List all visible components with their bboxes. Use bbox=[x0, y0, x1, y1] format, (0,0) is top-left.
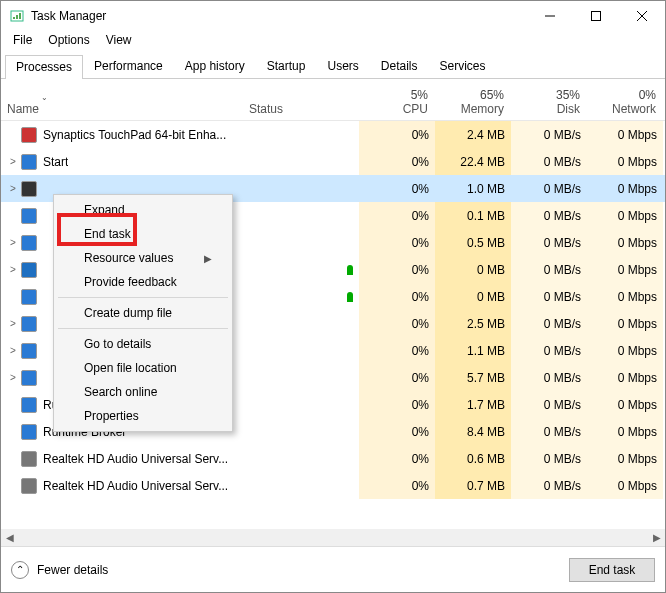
expand-icon[interactable]: > bbox=[7, 318, 19, 329]
context-menu-item[interactable]: Go to details bbox=[56, 332, 230, 356]
cell-cpu: 0% bbox=[359, 121, 435, 148]
cell-memory: 2.4 MB bbox=[435, 121, 511, 148]
menu-bar: File Options View bbox=[1, 31, 665, 53]
process-name: Realtek HD Audio Universal Serv... bbox=[43, 452, 228, 466]
process-icon bbox=[21, 451, 37, 467]
context-menu: ExpandEnd taskResource values▶Provide fe… bbox=[53, 194, 233, 432]
context-menu-item[interactable]: End task bbox=[56, 222, 230, 246]
table-row[interactable]: >Start0%22.4 MB0 MB/s0 Mbps bbox=[1, 148, 665, 175]
cell-network: 0 Mbps bbox=[587, 337, 663, 364]
cell-disk: 0 MB/s bbox=[511, 310, 587, 337]
cell-cpu: 0% bbox=[359, 310, 435, 337]
process-icon bbox=[21, 289, 37, 305]
process-icon bbox=[21, 154, 37, 170]
header-status[interactable]: Status bbox=[243, 79, 359, 120]
context-menu-item[interactable]: Create dump file bbox=[56, 301, 230, 325]
cell-network: 0 Mbps bbox=[587, 418, 663, 445]
end-task-button[interactable]: End task bbox=[569, 558, 655, 582]
expand-icon[interactable]: > bbox=[7, 264, 19, 275]
scroll-left-icon[interactable]: ◀ bbox=[1, 529, 18, 546]
context-menu-item[interactable]: Search online bbox=[56, 380, 230, 404]
maximize-button[interactable] bbox=[573, 1, 619, 31]
minimize-button[interactable] bbox=[527, 1, 573, 31]
cell-disk: 0 MB/s bbox=[511, 391, 587, 418]
cell-cpu: 0% bbox=[359, 256, 435, 283]
cell-disk: 0 MB/s bbox=[511, 283, 587, 310]
header-memory[interactable]: 65%Memory bbox=[435, 79, 511, 120]
cell-cpu: 0% bbox=[359, 175, 435, 202]
cell-cpu: 0% bbox=[359, 445, 435, 472]
menu-view[interactable]: View bbox=[98, 31, 140, 53]
tab-processes[interactable]: Processes bbox=[5, 55, 83, 79]
process-icon bbox=[21, 208, 37, 224]
scroll-right-icon[interactable]: ▶ bbox=[648, 529, 665, 546]
context-menu-item[interactable]: Resource values▶ bbox=[56, 246, 230, 270]
tab-details[interactable]: Details bbox=[370, 54, 429, 78]
leaf-icon bbox=[347, 292, 353, 302]
process-icon bbox=[21, 181, 37, 197]
expand-icon[interactable]: > bbox=[7, 156, 19, 167]
process-icon bbox=[21, 370, 37, 386]
context-menu-item[interactable]: Properties bbox=[56, 404, 230, 428]
cell-memory: 22.4 MB bbox=[435, 148, 511, 175]
cell-network: 0 Mbps bbox=[587, 364, 663, 391]
header-name[interactable]: ⌄Name bbox=[1, 79, 243, 120]
context-menu-item[interactable]: Provide feedback bbox=[56, 270, 230, 294]
footer-bar: ⌃ Fewer details End task bbox=[1, 546, 665, 592]
close-button[interactable] bbox=[619, 1, 665, 31]
cell-cpu: 0% bbox=[359, 229, 435, 256]
svg-rect-3 bbox=[19, 13, 21, 19]
process-icon bbox=[21, 478, 37, 494]
table-row[interactable]: Synaptics TouchPad 64-bit Enha...0%2.4 M… bbox=[1, 121, 665, 148]
expand-icon[interactable]: > bbox=[7, 183, 19, 194]
column-headers: ⌄Name Status 5%CPU 65%Memory 35%Disk 0%N… bbox=[1, 79, 665, 121]
table-row[interactable]: Realtek HD Audio Universal Serv...0%0.6 … bbox=[1, 445, 665, 472]
process-icon bbox=[21, 235, 37, 251]
cell-disk: 0 MB/s bbox=[511, 364, 587, 391]
header-network[interactable]: 0%Network bbox=[587, 79, 663, 120]
cell-memory: 1.0 MB bbox=[435, 175, 511, 202]
cell-memory: 8.4 MB bbox=[435, 418, 511, 445]
cell-network: 0 Mbps bbox=[587, 256, 663, 283]
cell-disk: 0 MB/s bbox=[511, 418, 587, 445]
context-menu-item[interactable]: Expand bbox=[56, 198, 230, 222]
cell-disk: 0 MB/s bbox=[511, 472, 587, 499]
table-row[interactable]: Realtek HD Audio Universal Serv...0%0.7 … bbox=[1, 472, 665, 499]
expand-icon[interactable]: > bbox=[7, 372, 19, 383]
process-name: Realtek HD Audio Universal Serv... bbox=[43, 479, 228, 493]
cell-cpu: 0% bbox=[359, 391, 435, 418]
cell-memory: 0 MB bbox=[435, 283, 511, 310]
expand-icon[interactable]: > bbox=[7, 345, 19, 356]
tab-startup[interactable]: Startup bbox=[256, 54, 317, 78]
tab-users[interactable]: Users bbox=[316, 54, 369, 78]
cell-cpu: 0% bbox=[359, 337, 435, 364]
cell-network: 0 Mbps bbox=[587, 391, 663, 418]
cell-memory: 0.6 MB bbox=[435, 445, 511, 472]
cell-disk: 0 MB/s bbox=[511, 121, 587, 148]
process-icon bbox=[21, 343, 37, 359]
header-cpu[interactable]: 5%CPU bbox=[359, 79, 435, 120]
cell-memory: 0.7 MB bbox=[435, 472, 511, 499]
expand-icon[interactable]: > bbox=[7, 237, 19, 248]
cell-network: 0 Mbps bbox=[587, 472, 663, 499]
context-menu-item[interactable]: Open file location bbox=[56, 356, 230, 380]
cell-disk: 0 MB/s bbox=[511, 445, 587, 472]
tab-performance[interactable]: Performance bbox=[83, 54, 174, 78]
cell-memory: 1.7 MB bbox=[435, 391, 511, 418]
fewer-details-button[interactable]: ⌃ Fewer details bbox=[11, 561, 108, 579]
cell-network: 0 Mbps bbox=[587, 175, 663, 202]
svg-rect-2 bbox=[16, 15, 18, 19]
app-icon bbox=[9, 8, 25, 24]
tab-app-history[interactable]: App history bbox=[174, 54, 256, 78]
menu-options[interactable]: Options bbox=[40, 31, 97, 53]
header-disk[interactable]: 35%Disk bbox=[511, 79, 587, 120]
leaf-icon bbox=[347, 265, 353, 275]
cell-network: 0 Mbps bbox=[587, 148, 663, 175]
process-icon bbox=[21, 397, 37, 413]
cell-network: 0 Mbps bbox=[587, 121, 663, 148]
window-title: Task Manager bbox=[31, 9, 527, 23]
menu-file[interactable]: File bbox=[5, 31, 40, 53]
cell-disk: 0 MB/s bbox=[511, 148, 587, 175]
horizontal-scrollbar[interactable]: ◀ ▶ bbox=[1, 529, 665, 546]
tab-services[interactable]: Services bbox=[429, 54, 497, 78]
